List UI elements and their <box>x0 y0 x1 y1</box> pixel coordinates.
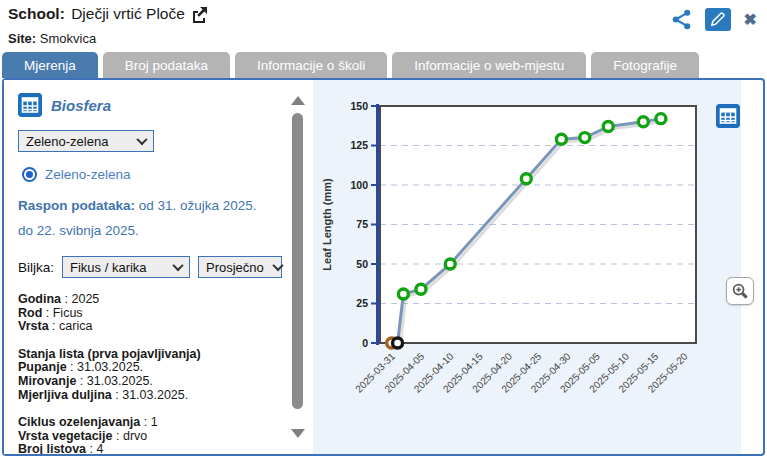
y-tick-label: 75 <box>356 218 368 230</box>
cycle-block: Ciklus ozelenjavanja : 1 Vrsta vegetacij… <box>18 416 282 454</box>
site-label: Site: <box>8 31 36 46</box>
leaf-length-chart: 0255075100125150Leaf Length (mm)2025-03-… <box>313 80 741 454</box>
site-header: Site: Smokvica <box>8 31 96 46</box>
data-point[interactable] <box>656 114 666 124</box>
y-axis-title: Leaf Length (mm) <box>321 178 333 271</box>
tab-broj-podataka[interactable]: Broj podataka <box>103 52 230 78</box>
school-label: School: <box>8 5 65 22</box>
chart-panel: 0255075100125150Leaf Length (mm)2025-03-… <box>313 80 741 454</box>
measurement-panel: Biosfera Zeleno-zelena Zeleno-zelena Ras… <box>4 80 288 454</box>
chevron-down-icon <box>172 260 183 271</box>
scroll-up-icon[interactable] <box>291 96 305 105</box>
scrollbar-thumb[interactable] <box>292 113 303 409</box>
close-icon[interactable]: ✖ <box>744 12 757 28</box>
kv-godina: Godina : 2025 <box>18 293 282 307</box>
school-name: Dječji vrtić Ploče <box>71 5 185 22</box>
y-tick-label: 100 <box>350 179 368 191</box>
kv-broj-listova: Broj listova : 4 <box>18 443 282 454</box>
y-tick-label: 0 <box>362 337 368 349</box>
site-name: Smokvica <box>40 31 96 46</box>
data-range-label: Raspon podataka: <box>18 198 135 213</box>
tab-fotografije[interactable]: Fotografije <box>591 52 699 78</box>
dataset-radio[interactable] <box>22 167 37 182</box>
y-tick-label: 150 <box>350 100 368 112</box>
plant-label: Biljka: <box>18 260 54 275</box>
dataset-select[interactable]: Zeleno-zelena <box>18 130 154 152</box>
data-point[interactable] <box>398 289 408 299</box>
globe-site-dialog: School: Dječji vrtić Ploče Site: Smokvic… <box>0 0 767 473</box>
content-box: Biosfera Zeleno-zelena Zeleno-zelena Ras… <box>2 78 765 456</box>
tab-informacije-o-skoli[interactable]: Informacije o školi <box>235 52 387 78</box>
section-title: Biosfera <box>51 97 111 114</box>
tab-bar: Mjerenja Broj podataka Informacije o ško… <box>2 52 765 78</box>
aggregation-select[interactable]: Prosječno <box>198 256 282 278</box>
data-point[interactable] <box>603 122 613 132</box>
y-tick-label: 125 <box>350 139 368 151</box>
kv-mirovanje: Mirovanje : 31.03.2025. <box>18 375 282 389</box>
kv-pupanje: Pupanje : 31.03.2025. <box>18 361 282 375</box>
biosphere-table-icon <box>18 93 42 117</box>
dormancy-marker[interactable] <box>393 338 403 348</box>
y-tick-label: 50 <box>356 258 368 270</box>
data-point[interactable] <box>638 117 648 127</box>
dataset-radio-label: Zeleno-zelena <box>45 167 131 182</box>
scroll-down-icon[interactable] <box>291 429 305 438</box>
zoom-in-button[interactable] <box>726 277 754 305</box>
aggregation-select-value: Prosječno <box>206 260 264 275</box>
data-point[interactable] <box>556 134 566 144</box>
plant-select[interactable]: Fikus / karika <box>62 256 190 278</box>
leaf-states-block: Stanja lista (prva pojavljivanja) Pupanj… <box>18 348 282 402</box>
kv-rod: Rod : Ficus <box>18 307 282 321</box>
data-point[interactable] <box>416 284 426 294</box>
data-point[interactable] <box>445 259 455 269</box>
data-range-text: Raspon podataka: od 31. ožujka 2025. do … <box>18 193 270 243</box>
data-table-icon[interactable] <box>716 104 740 128</box>
kv-vrsta: Vrsta : carica <box>18 320 282 334</box>
data-point[interactable] <box>580 133 590 143</box>
chevron-down-icon <box>136 134 147 145</box>
panel-scrollbar[interactable] <box>290 86 306 448</box>
kv-vrsta-vegetacije: Vrsta vegetacije : drvo <box>18 430 282 444</box>
magnifier-plus-icon <box>731 282 750 301</box>
pencil-icon <box>710 12 725 27</box>
chevron-down-icon <box>272 260 283 271</box>
dataset-select-value: Zeleno-zelena <box>26 134 108 149</box>
edit-button[interactable] <box>705 8 731 31</box>
leaf-states-heading: Stanja lista (prva pojavljivanja) <box>18 348 282 362</box>
external-link-icon[interactable] <box>191 6 208 23</box>
tab-informacije-o-web-mjestu[interactable]: Informacije o web-mjestu <box>392 52 586 78</box>
kv-ciklus: Ciklus ozelenjavanja : 1 <box>18 416 282 430</box>
y-tick-label: 25 <box>356 297 368 309</box>
kv-mjerljiva-duljina: Mjerljiva duljina : 31.03.2025. <box>18 389 282 403</box>
share-icon[interactable] <box>671 9 692 30</box>
tab-mjerenja[interactable]: Mjerenja <box>2 52 98 78</box>
data-point[interactable] <box>521 174 531 184</box>
plant-info-block: Godina : 2025 Rod : Ficus Vrsta : carica <box>18 293 282 334</box>
school-header: School: Dječji vrtić Ploče <box>8 5 208 23</box>
plant-select-value: Fikus / karika <box>70 260 147 275</box>
